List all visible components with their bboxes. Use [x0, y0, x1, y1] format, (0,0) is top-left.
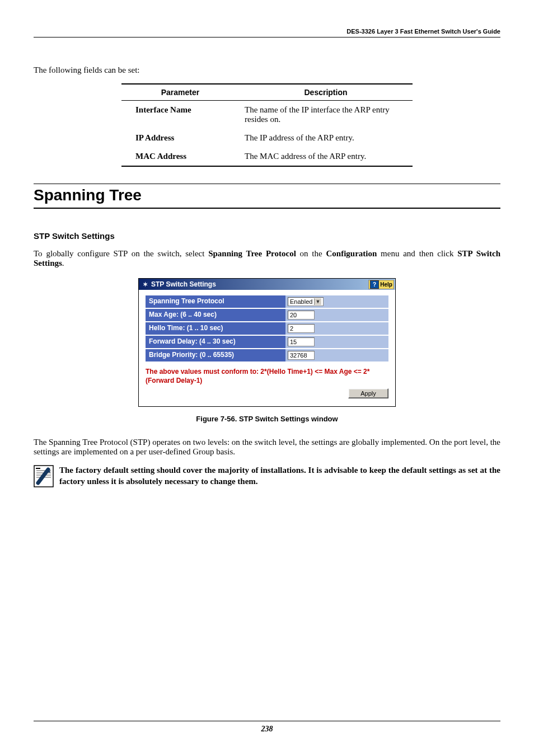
col-header-description: Description [239, 84, 413, 101]
field-label: Hello Time: (1 .. 10 sec) [146, 322, 285, 335]
section-title-spanning-tree: Spanning Tree [34, 184, 500, 209]
apply-button[interactable]: Apply [348, 388, 388, 398]
hello-time-input[interactable]: 2 [288, 324, 315, 333]
chevron-down-icon: ▼ [314, 298, 321, 305]
max-age-input[interactable]: 20 [288, 311, 315, 320]
window-icon: ✶ [141, 281, 149, 288]
stp-row: Hello Time: (1 .. 10 sec) 2 [146, 322, 388, 335]
param-name: MAC Address [121, 147, 239, 166]
help-button[interactable]: ? Help [368, 280, 394, 289]
stp-intro-paragraph: To globally configure STP on the switch,… [34, 249, 500, 268]
stp-row: Forward Delay: (4 .. 30 sec) 15 [146, 336, 388, 348]
note-icon [34, 465, 54, 487]
param-name: IP Address [121, 129, 239, 147]
param-desc: The MAC address of the ARP entry. [239, 147, 413, 166]
note-text: The factory default setting should cover… [59, 465, 500, 487]
param-desc: The name of the IP interface the ARP ent… [239, 101, 413, 129]
text-fragment: menu and then click [377, 249, 457, 258]
text-fragment: To globally configure STP on the switch,… [34, 249, 208, 258]
svg-rect-1 [36, 468, 40, 469]
page-number: 238 [261, 725, 273, 733]
window-title: STP Switch Settings [151, 280, 368, 288]
param-desc: The IP address of the ARP entry. [239, 129, 413, 147]
stp-row: Bridge Priority: (0 .. 65535) 32768 [146, 349, 388, 361]
stp-description-paragraph: The Spanning Tree Protocol (STP) operate… [34, 438, 500, 457]
window-titlebar: ✶ STP Switch Settings ? Help [139, 279, 395, 290]
stp-enabled-select[interactable]: Enabled ▼ [288, 297, 324, 306]
field-label: Bridge Priority: (0 .. 65535) [146, 349, 285, 361]
help-icon: ? [370, 280, 379, 289]
field-label: Spanning Tree Protocol [146, 295, 285, 308]
text-fragment: . [62, 259, 64, 267]
bridge-priority-input[interactable]: 32768 [288, 351, 315, 360]
help-label: Help [380, 281, 392, 288]
table-row: Interface Name The name of the IP interf… [121, 101, 413, 129]
constraint-note: The above values must conform to: 2*(Hel… [146, 367, 388, 385]
col-header-parameter: Parameter [121, 84, 239, 101]
table-row: MAC Address The MAC address of the ARP e… [121, 147, 413, 166]
table-row: IP Address The IP address of the ARP ent… [121, 129, 413, 147]
stp-settings-screenshot: ✶ STP Switch Settings ? Help Spanning Tr… [138, 278, 396, 407]
field-label: Max Age: (6 .. 40 sec) [146, 309, 285, 321]
bold-text: Configuration [326, 249, 377, 258]
text-fragment: on the [296, 249, 326, 258]
parameter-table: Parameter Description Interface Name The… [121, 83, 413, 167]
stp-row: Max Age: (6 .. 40 sec) 20 [146, 309, 388, 321]
field-label: Forward Delay: (4 .. 30 sec) [146, 336, 285, 348]
intro-text: The following fields can be set: [34, 65, 500, 75]
page-header: DES-3326 Layer 3 Fast Ethernet Switch Us… [34, 28, 500, 37]
subsection-title-stp: STP Switch Settings [34, 231, 500, 241]
figure-caption: Figure 7-56. STP Switch Settings window [34, 415, 500, 423]
forward-delay-input[interactable]: 15 [288, 337, 315, 346]
param-name: Interface Name [121, 101, 239, 129]
bold-text: Spanning Tree Protocol [208, 249, 296, 258]
stp-row: Spanning Tree Protocol Enabled ▼ [146, 295, 388, 308]
note-block: The factory default setting should cover… [34, 465, 500, 487]
page-footer: 238 [34, 721, 500, 734]
select-value: Enabled [290, 298, 312, 305]
